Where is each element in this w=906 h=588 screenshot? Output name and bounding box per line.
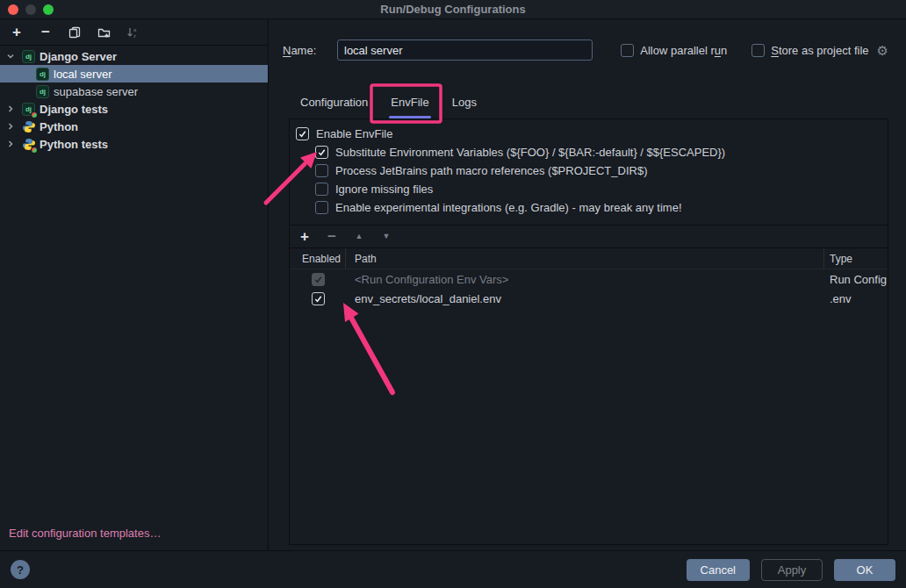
tree-item-label: local server [54, 68, 111, 81]
chevron-right-icon[interactable] [4, 137, 18, 151]
process-path-macro-label: Process JetBrains path macro references … [335, 164, 647, 177]
experimental-integrations-option[interactable]: Enable experimental integrations (e.g. G… [290, 198, 888, 217]
add-env-file-icon[interactable]: + [298, 230, 312, 244]
row-type: .env [824, 292, 888, 305]
python-icon [22, 120, 35, 133]
svg-text:a: a [133, 27, 137, 32]
table-header: Enabled Path Type [290, 248, 888, 269]
ignore-missing-files-checkbox[interactable] [315, 183, 328, 196]
add-configuration-icon[interactable]: + [10, 25, 24, 39]
configurations-tree: dj Django Server dj local server dj supa… [0, 46, 268, 527]
copy-configuration-icon[interactable] [68, 25, 82, 39]
row-path: <Run Configuration Env Vars> [346, 273, 824, 286]
tree-item-label: supabase server [54, 85, 138, 98]
django-icon: dj [22, 50, 35, 63]
move-down-icon[interactable]: ▼ [379, 230, 393, 244]
allow-parallel-run-option[interactable]: Allow parallel run [621, 44, 727, 57]
sidebar-toolbar: + − az [0, 19, 268, 46]
titlebar: Run/Debug Configurations [0, 0, 906, 19]
experimental-integrations-checkbox[interactable] [315, 201, 328, 214]
ignore-missing-files-option[interactable]: Ignore missing files [290, 180, 888, 198]
store-settings-gear-icon[interactable]: ⚙ [877, 44, 888, 57]
process-path-macro-checkbox[interactable] [315, 164, 328, 177]
tree-item-python-tests[interactable]: Python tests [0, 135, 268, 153]
store-as-project-file-checkbox[interactable] [751, 44, 765, 57]
substitute-env-vars-option[interactable]: Substitute Environment Variables (${FOO}… [290, 143, 888, 161]
table-row[interactable]: <Run Configuration Env Vars> Run Config [290, 269, 888, 289]
tree-item-label: Django Server [40, 50, 117, 63]
tab-envfile[interactable]: EnvFile [379, 88, 440, 118]
name-label: Name: [283, 44, 337, 57]
enable-envfile-option[interactable]: Enable EnvFile [290, 125, 888, 143]
table-empty-area [290, 308, 888, 544]
chevron-right-icon[interactable] [4, 102, 18, 116]
allow-parallel-run-checkbox[interactable] [621, 44, 634, 57]
envfile-options: Enable EnvFile Substitute Environment Va… [290, 119, 888, 226]
tab-logs[interactable]: Logs [441, 88, 488, 118]
row-path: env_secrets/local_daniel.env [346, 292, 824, 305]
store-as-project-file-label: Store as project file [771, 44, 868, 57]
new-folder-icon[interactable] [97, 25, 111, 39]
ignore-missing-files-label: Ignore missing files [335, 183, 433, 196]
configuration-editor: Name: Allow parallel run Store as projec… [269, 19, 906, 550]
ok-button[interactable]: OK [834, 559, 895, 581]
chevron-down-icon[interactable] [4, 49, 18, 63]
apply-button[interactable]: Apply [761, 559, 823, 581]
substitute-env-vars-label: Substitute Environment Variables (${FOO}… [335, 146, 725, 159]
sort-configurations-icon: az [126, 25, 140, 39]
row-enabled-checkbox [312, 273, 325, 286]
chevron-right-icon[interactable] [4, 119, 18, 133]
row-type: Run Config [824, 273, 888, 286]
tree-item-django-tests[interactable]: dj Django tests [0, 100, 268, 118]
tree-item-django-server[interactable]: dj Django Server [0, 47, 268, 65]
column-header-enabled[interactable]: Enabled [290, 248, 346, 269]
envfile-panel: Enable EnvFile Substitute Environment Va… [289, 118, 888, 545]
window-title: Run/Debug Configurations [0, 3, 906, 16]
configurations-sidebar: + − az dj Django Server [0, 19, 269, 550]
row-enabled-checkbox[interactable] [312, 292, 325, 305]
enable-envfile-checkbox[interactable] [296, 127, 309, 140]
experimental-integrations-label: Enable experimental integrations (e.g. G… [335, 201, 682, 214]
tree-item-label: Python tests [40, 138, 108, 151]
name-row: Name: Allow parallel run Store as projec… [283, 39, 888, 61]
tab-configuration[interactable]: Configuration [289, 88, 379, 118]
allow-parallel-run-label: Allow parallel run [640, 44, 727, 57]
dialog-footer: ? Cancel Apply OK [0, 550, 906, 588]
remove-configuration-icon[interactable]: − [39, 25, 53, 39]
edit-configuration-templates-link[interactable]: Edit configuration templates… [0, 527, 268, 550]
name-input[interactable] [337, 39, 593, 61]
env-files-table: + − ▲ ▼ Enabled Path Type <Run [290, 226, 888, 544]
column-header-type[interactable]: Type [824, 253, 888, 265]
remove-env-file-icon[interactable]: − [325, 230, 339, 244]
column-header-path[interactable]: Path [346, 248, 824, 269]
tree-item-supabase-server[interactable]: dj supabase server [0, 82, 268, 100]
process-path-macro-option[interactable]: Process JetBrains path macro references … [290, 161, 888, 180]
tree-item-local-server[interactable]: dj local server [0, 65, 268, 82]
table-toolbar: + − ▲ ▼ [290, 226, 888, 248]
substitute-env-vars-checkbox[interactable] [315, 146, 328, 159]
run-debug-configurations-dialog: Run/Debug Configurations + − az [0, 0, 906, 588]
tab-bar: Configuration EnvFile Logs [289, 88, 888, 118]
tree-item-label: Python [40, 120, 78, 133]
move-up-icon[interactable]: ▲ [352, 230, 366, 244]
table-row[interactable]: env_secrets/local_daniel.env .env [290, 289, 888, 308]
tree-item-label: Django tests [40, 103, 108, 116]
cancel-button[interactable]: Cancel [687, 559, 750, 581]
help-button[interactable]: ? [11, 560, 30, 579]
python-tests-icon [22, 138, 35, 151]
store-as-project-file-option[interactable]: Store as project file ⚙ [751, 44, 888, 57]
django-icon: dj [36, 68, 49, 81]
enable-envfile-label: Enable EnvFile [316, 127, 392, 140]
svg-text:z: z [133, 33, 136, 39]
django-icon: dj [36, 85, 49, 98]
tree-item-python[interactable]: Python [0, 118, 268, 135]
django-tests-icon: dj [22, 103, 35, 116]
